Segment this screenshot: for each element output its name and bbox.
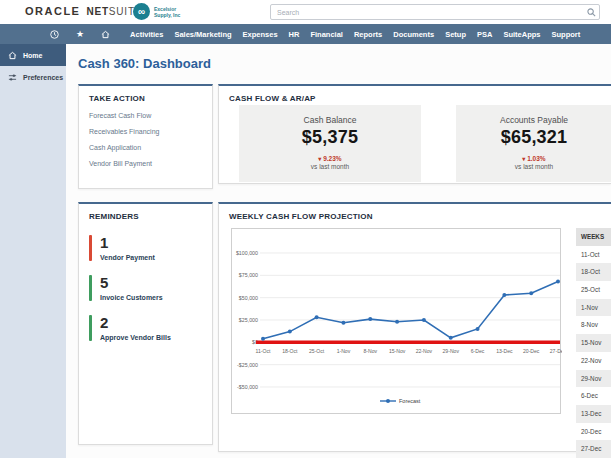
metric-label: Cash Balance — [239, 115, 421, 125]
company-infinity-logo-icon: ∞ — [133, 3, 150, 20]
x-axis-tick-label: 13-Dec — [496, 348, 513, 354]
weeks-table-header: WEEKS — [576, 228, 611, 246]
take-action-link-receivables-financing[interactable]: Receivables Financing — [89, 128, 202, 135]
take-action-title: TAKE ACTION — [79, 86, 212, 103]
reminder-color-bar — [89, 275, 92, 301]
cash-flow-arap-panel: CASH FLOW & AR/AP Cash Balance $5,375 ▾ … — [218, 84, 611, 184]
search-icon[interactable] — [583, 8, 599, 17]
forecast-data-point — [341, 321, 345, 325]
cash-flow-title: CASH FLOW & AR/AP — [219, 86, 611, 103]
take-action-link-vendor-bill-payment[interactable]: Vendor Bill Payment — [89, 160, 202, 167]
reminder-count: 1 — [100, 235, 155, 251]
take-action-panel: TAKE ACTION Forecast Cash FlowReceivable… — [78, 84, 213, 189]
nav-menu: ActivitiesSales/MarketingExpensesHRFinan… — [130, 30, 580, 39]
weeks-table-row-11-oct: 11-Oct — [576, 246, 611, 264]
nav-icon-group: ★ — [50, 30, 110, 39]
top-bar: ORACLE NETSUITE ∞ Excelsior Supply, Inc — [0, 0, 611, 24]
nav-item-expenses[interactable]: Expenses — [243, 30, 278, 39]
weekly-panel-title: WEEKLY CASH FLOW PROJECTION — [219, 204, 611, 221]
oracle-wordmark: ORACLE — [25, 5, 80, 17]
metric-delta: ▾ 1.03% — [456, 155, 611, 162]
take-action-links: Forecast Cash FlowReceivables FinancingC… — [79, 112, 212, 167]
weeks-table-row-1-nov: 1-Nov — [576, 299, 611, 317]
line-chart-svg: $100,000$75,000$50,000$25,000$0-$25,000-… — [232, 229, 562, 415]
recent-activity-clock-icon[interactable] — [50, 30, 59, 39]
x-axis-tick-label: 25-Oct — [309, 348, 325, 354]
x-axis-tick-label: 15-Nov — [389, 348, 406, 354]
nav-item-hr[interactable]: HR — [289, 30, 300, 39]
nav-item-psa[interactable]: PSA — [477, 30, 492, 39]
nav-item-financial[interactable]: Financial — [310, 30, 343, 39]
metric-value: $65,321 — [456, 127, 611, 148]
weeks-table-row-13-dec: 13-Dec — [576, 405, 611, 423]
nav-item-reports[interactable]: Reports — [354, 30, 382, 39]
legend-label: Forecast — [399, 398, 421, 404]
weeks-table-row-15-nov: 15-Nov — [576, 334, 611, 352]
reminder-invoice-customers[interactable]: 5Invoice Customers — [89, 275, 212, 301]
x-axis-tick-label: 29-Nov — [443, 348, 460, 354]
company-name: Excelsior Supply, Inc — [154, 6, 180, 18]
y-axis-tick-label: $25,000 — [239, 317, 258, 323]
netsuite-app: ORACLE NETSUITE ∞ Excelsior Supply, Inc … — [0, 0, 611, 458]
sidebar-item-preferences[interactable]: Preferences — [0, 66, 66, 88]
forecast-data-point — [476, 327, 480, 331]
forecast-data-point — [529, 291, 533, 295]
y-axis-tick-label: $100,000 — [236, 250, 258, 256]
left-sidebar: Home Preferences — [0, 44, 66, 458]
metric-compare: vs last month — [239, 163, 421, 170]
sidebar-item-home[interactable]: Home — [0, 44, 66, 66]
nav-item-support[interactable]: Support — [551, 30, 580, 39]
reminder-approve-vendor-bills[interactable]: 2Approve Vendor Bills — [89, 315, 212, 341]
reminders-title: REMINDERS — [79, 204, 212, 221]
global-search — [270, 4, 600, 20]
nav-item-suiteapps[interactable]: SuiteApps — [503, 30, 540, 39]
weeks-table-row-6-dec: 6-Dec — [576, 387, 611, 405]
reminder-count: 2 — [100, 315, 171, 331]
x-axis-tick-label: 8-Nov — [363, 348, 377, 354]
reminders-list: 1Vendor Payment5Invoice Customers2Approv… — [79, 235, 212, 341]
nav-item-setup[interactable]: Setup — [445, 30, 466, 39]
forecast-data-point — [315, 315, 319, 319]
metric-label: Accounts Payable — [456, 115, 611, 125]
reminders-panel: REMINDERS 1Vendor Payment5Invoice Custom… — [78, 202, 213, 445]
shortcuts-star-icon[interactable]: ★ — [76, 30, 84, 39]
home-icon — [8, 51, 17, 60]
y-axis-tick-label: -$25,000 — [237, 362, 258, 368]
page-title: Cash 360: Dashboard — [78, 56, 211, 71]
nav-item-sales-marketing[interactable]: Sales/Marketing — [174, 30, 231, 39]
weeks-table-row-18-oct: 18-Oct — [576, 263, 611, 281]
y-axis-tick-label: $75,000 — [239, 272, 258, 278]
search-input[interactable] — [271, 9, 583, 16]
forecast-data-point — [449, 336, 453, 340]
weeks-table-row-20-dec: 20-Dec — [576, 423, 611, 441]
reminder-count: 5 — [100, 275, 163, 291]
forecast-data-point — [288, 330, 292, 334]
preferences-sliders-icon — [8, 73, 17, 82]
cash-balance-card: Cash Balance $5,375 ▾ 9.23% vs last mont… — [239, 105, 421, 182]
x-axis-tick-label: 6-Dec — [471, 348, 485, 354]
reminder-label: Approve Vendor Bills — [100, 334, 171, 341]
x-axis-tick-label: 18-Oct — [282, 348, 298, 354]
weeks-table: WEEKS11-Oct18-Oct25-Oct1-Nov8-Nov15-Nov2… — [576, 228, 611, 458]
forecast-data-point — [368, 317, 372, 321]
nav-item-documents[interactable]: Documents — [393, 30, 434, 39]
metric-compare: vs last month — [456, 163, 611, 170]
forecast-data-point — [556, 280, 560, 284]
down-arrow-icon: ▾ — [522, 156, 525, 162]
take-action-link-forecast-cash-flow[interactable]: Forecast Cash Flow — [89, 112, 202, 119]
weeks-table-row-29-nov: 29-Nov — [576, 370, 611, 388]
y-axis-tick-label: -$50,000 — [237, 384, 258, 390]
forecast-line — [263, 282, 558, 339]
take-action-link-cash-application[interactable]: Cash Application — [89, 144, 202, 151]
reminder-label: Vendor Payment — [100, 254, 155, 261]
metric-delta: ▾ 9.23% — [239, 155, 421, 162]
reminder-vendor-payment[interactable]: 1Vendor Payment — [89, 235, 212, 261]
weekly-cash-flow-panel: WEEKLY CASH FLOW PROJECTION $100,000$75,… — [218, 202, 611, 452]
cash-flow-projection-chart: $100,000$75,000$50,000$25,000$0-$25,000-… — [231, 228, 561, 414]
weeks-table-row-8-nov: 8-Nov — [576, 316, 611, 334]
home-icon[interactable] — [101, 30, 110, 39]
weeks-table-row-27-dec: 27-Dec — [576, 440, 611, 458]
x-axis-tick-label: 11-Oct — [256, 348, 271, 354]
forecast-data-point — [395, 320, 399, 324]
nav-item-activities[interactable]: Activities — [130, 30, 163, 39]
